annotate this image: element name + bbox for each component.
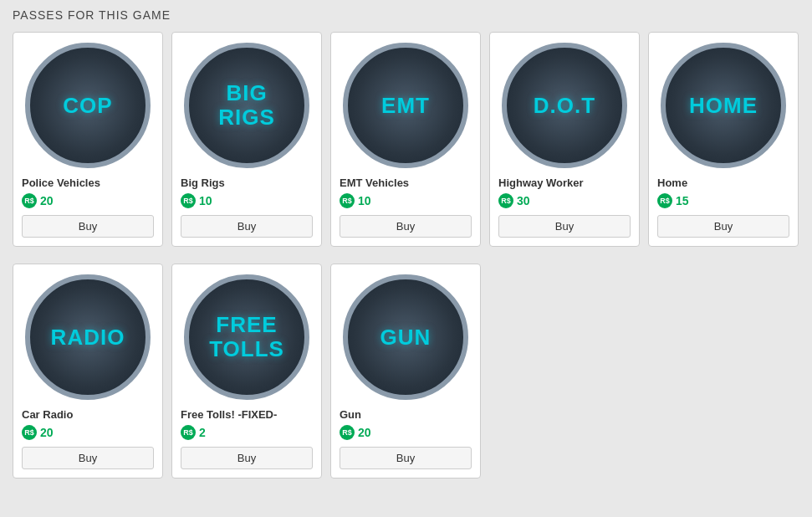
robux-icon: R$ [340, 193, 355, 208]
pass-circle-emt: EMT [343, 43, 468, 168]
pass-circle-label-cop: COP [63, 94, 112, 118]
pass-card-emt: EMTEMT VehiclesR$10Buy [330, 32, 481, 247]
pass-circle-label-free-tolls: FREE TOLLS [209, 313, 284, 361]
pass-price-radio: 20 [40, 426, 54, 439]
pass-name-dot: Highway Worker [498, 177, 631, 189]
buy-button-big-rigs[interactable]: Buy [181, 215, 313, 238]
buy-button-home[interactable]: Buy [657, 215, 789, 238]
pass-card-free-tolls: FREE TOLLSFree Tolls! -FIXED-R$2Buy [171, 264, 322, 479]
pass-price-row-gun: R$20 [340, 425, 371, 440]
pass-circle-label-dot: D.O.T [534, 94, 595, 118]
pass-circle-dot: D.O.T [502, 43, 627, 168]
buy-button-radio[interactable]: Buy [22, 447, 154, 469]
pass-price-gun: 20 [358, 426, 371, 439]
buy-button-cop[interactable]: Buy [22, 215, 154, 238]
pass-name-gun: Gun [340, 408, 472, 421]
pass-card-dot: D.O.THighway WorkerR$30Buy [489, 32, 640, 247]
robux-icon: R$ [498, 193, 513, 208]
pass-price-row-free-tolls: R$2 [181, 425, 206, 440]
page-title: PASSES FOR THIS GAME [13, 8, 799, 22]
robux-icon: R$ [657, 193, 672, 208]
pass-price-big-rigs: 10 [199, 194, 212, 207]
pass-circle-radio: RADIO [25, 274, 151, 400]
buy-button-free-tolls[interactable]: Buy [181, 447, 313, 469]
pass-circle-cop: COP [25, 43, 151, 168]
pass-price-free-tolls: 2 [199, 426, 206, 439]
pass-circle-free-tolls: FREE TOLLS [184, 274, 309, 400]
pass-circle-label-gun: GUN [380, 325, 432, 350]
pass-card-home: HOMEHomeR$15Buy [648, 32, 799, 247]
pass-circle-big-rigs: BIG RIGS [184, 43, 309, 168]
robux-icon: R$ [22, 193, 37, 208]
pass-circle-label-big-rigs: BIG RIGS [218, 81, 275, 129]
buy-button-gun[interactable]: Buy [340, 447, 472, 469]
pass-card-gun: GUNGunR$20Buy [330, 264, 481, 479]
pass-price-cop: 20 [40, 194, 54, 207]
pass-name-cop: Police Vehicles [22, 177, 154, 189]
pass-price-row-cop: R$20 [22, 193, 54, 208]
pass-name-home: Home [657, 177, 789, 189]
pass-price-row-radio: R$20 [22, 425, 54, 440]
pass-name-big-rigs: Big Rigs [181, 177, 313, 189]
pass-card-big-rigs: BIG RIGSBig RigsR$10Buy [171, 32, 322, 247]
pass-circle-label-home: HOME [689, 94, 758, 118]
robux-icon: R$ [181, 425, 196, 440]
pass-circle-gun: GUN [343, 274, 468, 400]
pass-price-emt: 10 [358, 194, 371, 207]
pass-price-row-home: R$15 [657, 193, 689, 208]
pass-name-free-tolls: Free Tolls! -FIXED- [181, 408, 313, 421]
robux-icon: R$ [181, 193, 196, 208]
robux-icon: R$ [22, 425, 37, 440]
pass-price-home: 15 [676, 194, 689, 207]
pass-price-dot: 30 [517, 194, 530, 207]
pass-price-row-big-rigs: R$10 [181, 193, 212, 208]
pass-circle-home: HOME [661, 43, 786, 168]
pass-card-cop: COPPolice VehiclesR$20Buy [13, 32, 163, 247]
pass-card-radio: RADIOCar RadioR$20Buy [13, 264, 163, 479]
buy-button-emt[interactable]: Buy [340, 215, 472, 238]
passes-grid: COPPolice VehiclesR$20BuyBIG RIGSBig Rig… [13, 32, 799, 479]
pass-price-row-dot: R$30 [498, 193, 530, 208]
pass-name-radio: Car Radio [22, 408, 154, 421]
pass-circle-label-radio: RADIO [51, 325, 125, 350]
robux-icon: R$ [340, 425, 355, 440]
pass-name-emt: EMT Vehicles [340, 177, 472, 189]
pass-price-row-emt: R$10 [340, 193, 371, 208]
buy-button-dot[interactable]: Buy [498, 215, 631, 238]
pass-circle-label-emt: EMT [381, 94, 430, 118]
